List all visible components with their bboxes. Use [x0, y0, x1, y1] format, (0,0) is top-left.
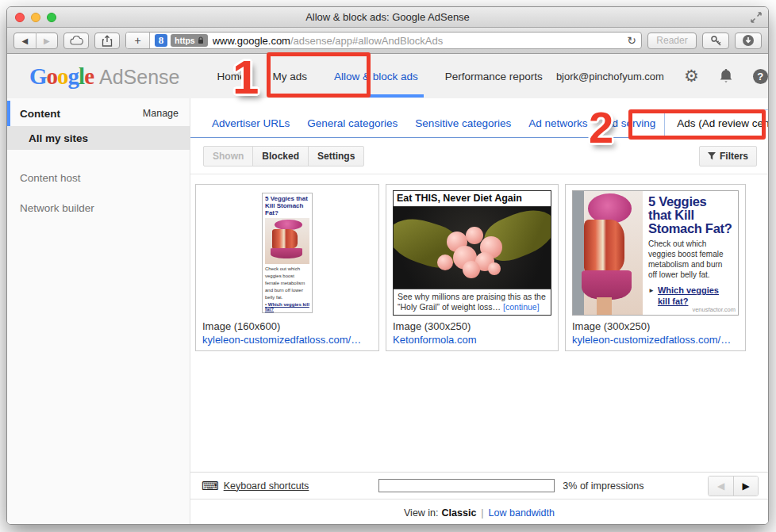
ad-1-domain-link[interactable]: kyleleon-customizedfatloss.com/… [202, 334, 372, 346]
zoom-button[interactable] [47, 13, 56, 22]
sidebar-item-network-builder[interactable]: Network builder [7, 196, 190, 220]
ad-card-2[interactable]: Eat THIS, Never Diet Again [386, 184, 559, 351]
google-adsense-logo: Google AdSense [29, 63, 179, 90]
tab-advertiser-urls[interactable]: Advertiser URLs [203, 110, 298, 137]
ad-2-creative[interactable]: Eat THIS, Never Diet Again [393, 190, 551, 316]
traffic-lights [15, 13, 56, 22]
keyboard-icon: ⌨ [202, 479, 219, 493]
keyboard-shortcuts-link[interactable]: Keyboard shortcuts [224, 480, 309, 492]
app-body: Content Manage All my sites Content host… [7, 98, 768, 525]
annotation-box-allow-block-ads [267, 52, 371, 98]
filter-funnel-icon [708, 152, 716, 160]
keyboard-shortcuts[interactable]: ⌨ Keyboard shortcuts [202, 479, 309, 493]
header-right: bjork@pinchofyum.com ⚙ ? [556, 68, 768, 84]
icloud-button[interactable] [63, 33, 89, 49]
ad-3-link[interactable]: Which veggies kill fat? [658, 285, 732, 306]
ad-card-3[interactable]: 5 Veggies that Kill Stomach Fat? Check o… [565, 184, 746, 351]
reader-button[interactable]: Reader [647, 33, 697, 49]
manage-link[interactable]: Manage [143, 108, 179, 119]
https-badge: https [171, 34, 208, 47]
pager-bar: ⌨ Keyboard shortcuts 3% of impressions ◀… [190, 472, 768, 499]
settings-gear-icon[interactable]: ⚙ [684, 68, 699, 84]
filters-button[interactable]: Filters [699, 146, 757, 166]
tab-ad-networks[interactable]: Ad networks [520, 110, 596, 137]
ad-3-headline: 5 Veggies that Kill Stomach Fat? [648, 195, 732, 235]
new-tab-button[interactable]: + [126, 33, 150, 48]
annotation-number-2: 2 [589, 101, 613, 153]
back-button[interactable]: ◀ [14, 33, 36, 49]
shown-button[interactable]: Shown [203, 146, 253, 166]
ad-2-headline: Eat THIS, Never Diet Again [394, 191, 551, 207]
low-bandwidth-link[interactable]: Low bandwidth [489, 507, 555, 519]
annotation-box-ad-review-center [628, 109, 766, 140]
ad-2-domain-link[interactable]: Ketonformola.com [393, 334, 551, 346]
sidebar-item-content-host[interactable]: Content host [7, 166, 190, 189]
ad-3-domain-link[interactable]: kyleleon-customizedfatloss.com/… [572, 334, 739, 346]
ad-3-creative[interactable]: 5 Veggies that Kill Stomach Fat? Check o… [572, 190, 739, 316]
url-path: /adsense/app#allowAndBlockAds [290, 35, 443, 47]
fullscreen-icon[interactable] [751, 12, 762, 23]
view-classic: Classic [442, 507, 477, 519]
history-nav-group: ◀ ▶ [13, 33, 58, 49]
nav-performance-reports[interactable]: Performance reports [432, 54, 556, 98]
ad-3-torso-image [573, 191, 643, 315]
app-footer: View in: Classic | Low bandwidth [190, 499, 768, 525]
ad-2-continue-link[interactable]: [continue] [503, 302, 540, 312]
url-text[interactable]: www.google.com/adsense/app#allowAndBlock… [213, 35, 444, 47]
sidebar-section-content: Content Manage [7, 101, 190, 126]
ad-3-watermark: venusfactor.com [692, 306, 736, 313]
pagination: ◀ ▶ [708, 476, 759, 496]
ad-card-1[interactable]: 5 Veggies that Kill Stomach Fat? Check o… [195, 184, 379, 351]
adsense-wordmark: AdSense [99, 66, 179, 89]
ad-1-torso-image [265, 218, 309, 264]
ad-1-creative[interactable]: 5 Veggies that Kill Stomach Fat? Check o… [202, 190, 372, 316]
forward-button[interactable]: ▶ [36, 33, 58, 49]
sidebar-section-title: Content [20, 108, 60, 120]
https-label: https [175, 36, 195, 45]
titlebar: Allow & block ads: Google AdSense [7, 7, 768, 28]
cloud-icon [70, 36, 82, 44]
view-toolbar: Shown Blocked Settings Filters [190, 138, 768, 174]
reload-icon[interactable]: ↻ [627, 34, 636, 47]
account-email[interactable]: bjork@pinchofyum.com [556, 71, 664, 82]
main-content: Advertiser URLs General categories Sensi… [190, 98, 768, 525]
footer-separator: | [481, 507, 483, 519]
url-bar[interactable]: + 8 https www.google.com/adsense/app#all… [125, 32, 642, 49]
downloads-button[interactable] [735, 33, 762, 49]
app-header: Google AdSense Home My ads Allow & block… [7, 54, 768, 98]
share-icon [102, 35, 113, 47]
sidebar-item-all-my-sites[interactable]: All my sites [7, 126, 190, 150]
close-button[interactable] [15, 13, 25, 22]
ad-3-body-text: Check out which veggies boost female met… [648, 239, 732, 280]
previous-page-button[interactable]: ◀ [709, 477, 733, 496]
download-icon [742, 34, 755, 47]
share-button[interactable] [94, 33, 120, 49]
browser-window: Allow & block ads: Google AdSense ◀ ▶ + … [6, 6, 769, 525]
ad-1-link: Which veggies kill fat? [265, 302, 309, 312]
url-host: www.google.com [213, 35, 290, 47]
lock-icon [198, 36, 204, 44]
blocked-button[interactable]: Blocked [252, 146, 309, 166]
window-title: Allow & block ads: Google AdSense [305, 11, 470, 23]
impressions-label: 3% of impressions [563, 480, 643, 492]
ad-3-caret-icon: ► [648, 287, 655, 294]
settings-button[interactable]: Settings [308, 146, 364, 166]
next-page-button[interactable]: ▶ [733, 477, 758, 496]
google-favicon-icon: 8 [155, 34, 167, 47]
ad-2-caption: See why millions are praising this as th… [394, 289, 551, 315]
help-icon[interactable]: ? [753, 69, 768, 84]
ad-1-body-text: Check out which veggies boost female met… [265, 266, 309, 301]
tab-sensitive-categories[interactable]: Sensitive categories [406, 110, 520, 137]
google-logo: Google [29, 63, 94, 90]
ad-1-headline: 5 Veggies that Kill Stomach Fat? [265, 196, 309, 216]
notifications-bell-icon[interactable] [719, 68, 733, 84]
view-button-group: Shown Blocked Settings [203, 146, 364, 166]
minimize-button[interactable] [31, 13, 40, 22]
ad-2-photo [394, 207, 551, 289]
sidebar: Content Manage All my sites Content host… [7, 98, 190, 525]
annotation-number-1: 1 [232, 50, 259, 105]
impressions-progress-bar [378, 479, 555, 492]
password-key-button[interactable] [702, 33, 729, 49]
tab-general-categories[interactable]: General categories [298, 110, 406, 137]
key-icon [710, 35, 722, 47]
